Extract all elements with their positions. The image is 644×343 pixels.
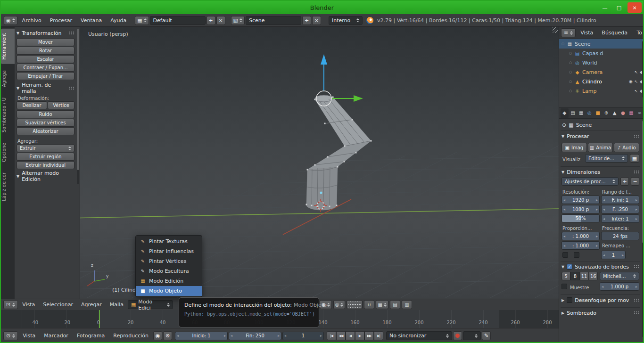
panel-header-herram-malla[interactable]: ▼ Herram. de malla	[17, 83, 74, 93]
samples-8-button[interactable]: 8	[570, 272, 579, 280]
full-sample-checkbox[interactable]	[561, 284, 567, 289]
opengl-render-button[interactable]: ▤	[390, 300, 400, 309]
expand-dot-icon[interactable]: ○	[569, 70, 572, 74]
ruido-button[interactable]: Ruido	[17, 110, 74, 118]
editor-type-button-outliner[interactable]: ≡	[561, 28, 576, 37]
autokey-record-button[interactable]	[453, 331, 462, 340]
menu-procesar[interactable]: Procesar	[46, 14, 76, 26]
z-arrow-icon[interactable]	[321, 54, 327, 65]
contraer-expandir-button[interactable]: Contraer / Expan...	[17, 64, 74, 72]
current-frame-field[interactable]: 1	[282, 332, 324, 340]
snap-magnet-button[interactable]: ∪	[364, 300, 374, 309]
render-preset-dropdown[interactable]: Ajustes de proc...	[561, 177, 619, 186]
add-preset-button[interactable]: +	[620, 177, 629, 186]
screen-layout-icon-button[interactable]: ▦	[135, 16, 149, 25]
expand-dot-icon[interactable]: ○	[569, 51, 572, 55]
outliner-scrollbar[interactable]	[642, 41, 644, 98]
menu-malla[interactable]: Malla	[106, 299, 127, 310]
aleatorizar-button[interactable]: Aleatorizar	[17, 127, 74, 135]
menu-ayuda[interactable]: Ayuda	[107, 14, 130, 26]
panel-header-procesar[interactable]: ▼ Procesar	[561, 131, 639, 141]
tab-material-icon[interactable]: ●	[619, 108, 627, 118]
rotar-button[interactable]: Rotar	[17, 47, 74, 55]
time-remap-field[interactable]: 1	[601, 251, 626, 259]
snap-element-dropdown[interactable]: ▦	[376, 300, 388, 309]
menu-seleccionar[interactable]: Seleccionar	[39, 299, 77, 310]
keying-set-dropdown[interactable]	[463, 331, 481, 340]
next-keyframe-button[interactable]: ▶▶	[364, 331, 374, 340]
expand-dot-icon[interactable]: ○	[561, 42, 565, 46]
tab-data-icon[interactable]: ▲	[611, 108, 619, 118]
panel-drag-dots-icon[interactable]	[634, 311, 639, 315]
tab-opciones[interactable]: Opcione	[1, 139, 15, 166]
samples-16-button[interactable]: 16	[589, 272, 598, 280]
menu-archivo[interactable]: Archivo	[18, 14, 45, 26]
properties-scrollbar[interactable]	[642, 121, 644, 337]
display-mode-dropdown[interactable]: Editor de...	[585, 154, 628, 163]
screen-icon-button[interactable]: ▦	[630, 154, 639, 163]
panel-drag-dots-icon[interactable]	[634, 265, 639, 269]
extruir-dropdown[interactable]: Extruir	[17, 144, 74, 152]
remove-preset-button[interactable]: −	[631, 177, 639, 186]
pin-icon[interactable]: ⊙	[562, 122, 566, 128]
add-layout-button[interactable]: +	[206, 16, 215, 25]
frame-step-field[interactable]: Inter: 1	[601, 214, 639, 223]
editor-type-button-3dview[interactable]: ⊡	[3, 300, 18, 309]
lock-button[interactable]: ⊗	[163, 331, 172, 340]
mover-button[interactable]: Mover	[17, 38, 74, 46]
tool-shelf-scrollbar[interactable]	[77, 29, 79, 184]
tab-world-icon[interactable]: ◎	[586, 108, 594, 118]
render-animation-button[interactable]: ▥ Anima	[588, 143, 613, 152]
selectable-cursor-icon[interactable]: ↖	[635, 89, 638, 93]
resolution-x-field[interactable]: 1920 p	[561, 196, 600, 204]
outliner-row-lamp[interactable]: ○ ☼ Lamp ↖ ◆	[559, 86, 644, 96]
jump-to-start-button[interactable]: |◀	[327, 331, 336, 340]
tab-object-icon[interactable]: ■	[594, 108, 602, 118]
expand-dot-icon[interactable]: ○	[569, 61, 572, 65]
tab-texture-icon[interactable]: ▦	[627, 108, 636, 118]
empujar-tirar-button[interactable]: Empujar / Tirar	[17, 72, 74, 80]
layers-widget[interactable]	[347, 300, 363, 309]
outliner-row-camera[interactable]: ○ ◆ Camera ↖ ◆	[559, 67, 644, 77]
resolution-y-field[interactable]: 1080 p	[561, 205, 600, 213]
blender-menu-button[interactable]: ◉	[4, 16, 17, 25]
jump-to-end-button[interactable]: ▶|	[374, 331, 383, 340]
samples-5-button[interactable]: 5	[561, 272, 570, 280]
panel-header-dimensiones[interactable]: ▼ Dimensiones	[561, 167, 639, 177]
extruir-individual-button[interactable]: Extruir individual	[17, 161, 74, 169]
visibility-eye-icon[interactable]: ◉	[629, 79, 633, 84]
interaction-mode-dropdown[interactable]: ▦ Modo Edici	[128, 300, 173, 309]
menu-item-pintar-texturas[interactable]: ✎ Pintar Texturas	[136, 237, 202, 246]
aspect-x-field[interactable]: : 1.000	[561, 232, 600, 240]
outliner-row-world[interactable]: ○ ◎ World	[559, 58, 644, 67]
aa-filter-dropdown[interactable]: Mitchell...	[600, 272, 639, 280]
vertice-button[interactable]: Vértice	[48, 101, 74, 109]
tab-lapiz[interactable]: Lápiz de cer	[1, 168, 15, 205]
deslizar-button[interactable]: Deslizar	[17, 101, 47, 109]
panel-header-transformacion[interactable]: ▼ Transformación	[17, 28, 74, 38]
menu-item-modo-escultura[interactable]: ✎ Modo Escultura	[136, 266, 202, 276]
menu-ventana[interactable]: Ventana	[77, 14, 106, 26]
screen-layout-selector[interactable]: Default	[150, 16, 206, 25]
expand-dot-icon[interactable]: ○	[569, 89, 572, 93]
frame-start-field[interactable]: F. ini: 1	[601, 196, 639, 204]
current-frame-indicator[interactable]	[99, 310, 100, 328]
editor-type-button-timeline[interactable]: ⊙	[3, 331, 18, 340]
panel-header-alternar-modo[interactable]: ▼ Alternar modo Edición	[17, 172, 74, 181]
crop-checkbox[interactable]	[574, 252, 579, 258]
render-engine-selector[interactable]: Interno	[329, 16, 363, 25]
menu-item-pintar-vertices[interactable]: ✎ Pintar Vértices	[136, 256, 202, 266]
play-button[interactable]: ▶	[355, 331, 364, 340]
filter-size-field[interactable]: 1.000 p	[600, 282, 639, 291]
insert-keyframe-button[interactable]: ✎	[482, 331, 491, 340]
menu-vista-timeline[interactable]: Vista	[19, 328, 39, 343]
pivot-center-button[interactable]: ◎	[333, 300, 346, 309]
panel-drag-dots-icon[interactable]	[69, 31, 74, 35]
tab-agregar[interactable]: Agrega	[1, 66, 15, 91]
motion-blur-checkbox[interactable]	[567, 297, 572, 303]
render-audio-button[interactable]: ♪ Audio	[614, 143, 639, 152]
mesh-object-cilindro[interactable]	[306, 95, 372, 210]
prev-keyframe-button[interactable]: ◀◀	[336, 331, 346, 340]
remove-layout-button[interactable]: ×	[216, 16, 225, 25]
menu-vista-outliner[interactable]: Vista	[577, 27, 597, 39]
